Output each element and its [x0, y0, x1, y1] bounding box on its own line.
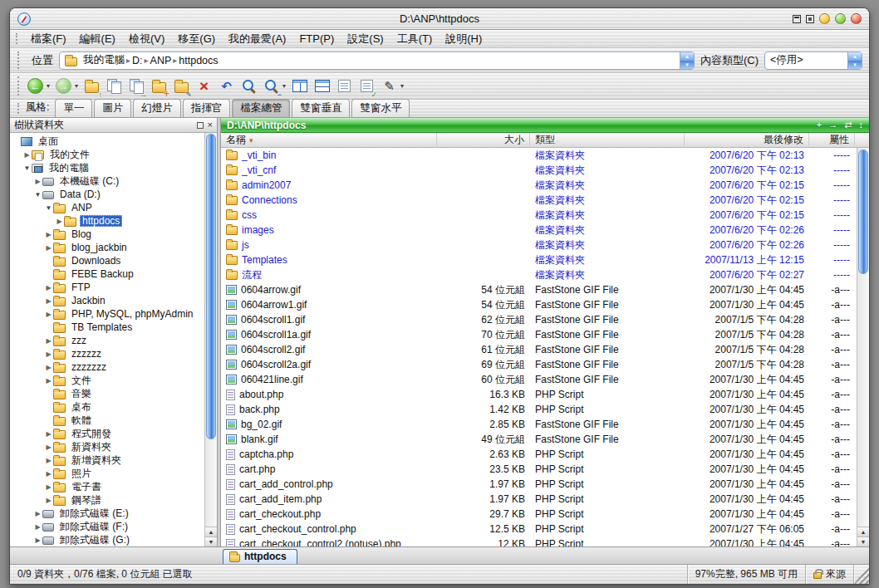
file-scroll-up-button[interactable]: [857, 527, 869, 537]
dual-pane-vertical-button[interactable]: [290, 76, 309, 97]
detach-icon[interactable]: [197, 122, 204, 129]
file-row[interactable]: back.php1.42 KBPHP Script2007/1/30 上午 04…: [221, 402, 857, 417]
file-row[interactable]: _vti_cnf檔案資料夾2007/6/20 下午 02:13-----: [221, 163, 857, 178]
tree-item[interactable]: zzzzzz: [10, 347, 204, 360]
twisty-icon[interactable]: [44, 284, 53, 292]
tree-item[interactable]: 鋼琴譜: [10, 493, 204, 507]
file-row[interactable]: cart_checkout_control2 (notuse).php12 KB…: [221, 537, 857, 546]
back-dropdown[interactable]: [47, 82, 50, 90]
column-header-name[interactable]: 名稱: [221, 133, 437, 147]
breadcrumb-item[interactable]: 我的電腦: [81, 53, 126, 67]
file-row[interactable]: 0604scroll2a.gif69 位元組FastStone GIF File…: [221, 357, 857, 372]
twisty-icon[interactable]: [44, 364, 53, 371]
filter-dropdown[interactable]: [282, 82, 286, 90]
rollup-icon[interactable]: [793, 15, 801, 23]
style-tab-5[interactable]: 檔案總管: [232, 99, 290, 117]
tree-scroll-up-button[interactable]: [205, 527, 217, 537]
file-scrollbar[interactable]: [857, 148, 869, 546]
close-icon[interactable]: [208, 120, 213, 130]
quick-edit-button[interactable]: [380, 76, 399, 97]
pane-new-tab-icon[interactable]: [817, 120, 822, 130]
file-row[interactable]: bg_02.gif2.85 KBFastStone GIF File2007/1…: [221, 417, 857, 432]
column-header-attributes[interactable]: 屬性: [809, 133, 855, 147]
forward-dropdown[interactable]: [75, 82, 78, 90]
twisty-icon[interactable]: [44, 457, 53, 464]
file-row[interactable]: cart_add_control.php1.97 KBPHP Script200…: [221, 477, 857, 492]
tree-item[interactable]: FEBE Backup: [10, 267, 204, 281]
twisty-icon[interactable]: [33, 523, 42, 531]
stylebar-grip[interactable]: [17, 103, 22, 114]
column-header-modified[interactable]: 最後修改: [685, 133, 809, 147]
twisty-icon[interactable]: [44, 483, 53, 491]
toolbar-grip[interactable]: [17, 76, 22, 96]
edit-folder-button[interactable]: [172, 76, 191, 97]
twisty-icon[interactable]: [33, 191, 42, 198]
menu-item-6[interactable]: FTP(P): [292, 31, 341, 47]
tree-item[interactable]: 文件: [10, 374, 204, 387]
tree-item[interactable]: zzzzzzz: [10, 360, 204, 374]
dual-pane-horizontal-button[interactable]: [312, 76, 331, 97]
tree-item[interactable]: FTP: [10, 281, 204, 294]
menu-item-1[interactable]: 檔案(F): [24, 30, 73, 48]
file-row[interactable]: 0604scroll2.gif61 位元組FastStone GIF File2…: [221, 342, 857, 357]
file-row[interactable]: js檔案資料夾2007/6/20 下午 02:26-----: [221, 238, 857, 252]
new-folder-button[interactable]: [150, 76, 169, 97]
menu-item-7[interactable]: 設定(S): [341, 30, 390, 48]
always-on-top-icon[interactable]: [806, 15, 814, 23]
move-button[interactable]: [127, 76, 146, 97]
style-tab-3[interactable]: 幻燈片: [133, 99, 181, 117]
file-scrollbar-thumb[interactable]: [858, 149, 868, 274]
breadcrumb-item[interactable]: ANP: [149, 55, 174, 66]
tree-item[interactable]: blog_jackbin: [10, 241, 204, 254]
twisty-icon[interactable]: [44, 350, 53, 358]
quick-edit-dropdown[interactable]: [400, 82, 404, 90]
copy-button[interactable]: [105, 76, 124, 97]
file-row[interactable]: 0604scroll1.gif62 位元組FastStone GIF File2…: [221, 312, 857, 327]
twisty-icon[interactable]: [44, 311, 53, 318]
maximize-button[interactable]: [835, 13, 846, 24]
file-row[interactable]: cart_checkout.php29.7 KBPHP Script2007/1…: [221, 507, 857, 522]
tree-scrollbar-thumb[interactable]: [206, 134, 216, 439]
file-row[interactable]: cart_checkout_control.php12.5 KBPHP Scri…: [221, 522, 857, 537]
menu-item-4[interactable]: 移至(G): [171, 30, 222, 48]
checklist-button[interactable]: [357, 76, 376, 97]
file-row[interactable]: Connections檔案資料夾2007/6/20 下午 02:15-----: [221, 193, 857, 208]
tree-scroll-down-button[interactable]: [205, 537, 217, 546]
content-type-stepper[interactable]: [847, 52, 862, 69]
tree-item[interactable]: 卸除式磁碟 (F:): [10, 520, 204, 533]
tree-item[interactable]: httpdocs: [10, 214, 204, 228]
file-row[interactable]: 060421line.gif60 位元組FastStone GIF File20…: [221, 372, 857, 387]
twisty-icon[interactable]: [33, 178, 42, 185]
style-tab-2[interactable]: 圖片: [94, 99, 131, 117]
content-type-select[interactable]: <停用>: [764, 51, 862, 70]
tree-item[interactable]: 軟體: [10, 414, 204, 427]
tree-scrollbar-track[interactable]: [206, 134, 216, 526]
undo-button[interactable]: [217, 76, 236, 97]
twisty-icon[interactable]: [44, 297, 53, 305]
tree-item[interactable]: 我的文件: [10, 148, 204, 161]
addressbar-grip[interactable]: [17, 51, 22, 69]
style-tab-1[interactable]: 單一: [55, 99, 92, 117]
back-button[interactable]: [26, 76, 45, 97]
tree-item[interactable]: 新增資料夾: [10, 453, 204, 467]
menu-item-8[interactable]: 工具(T): [390, 30, 440, 48]
pane-go-icon[interactable]: [828, 120, 837, 130]
file-row[interactable]: 0604scroll1a.gif70 位元組FastStone GIF File…: [221, 327, 857, 342]
file-row[interactable]: blank.gif49 位元組FastStone GIF File2007/1/…: [221, 432, 857, 447]
file-row[interactable]: about.php16.3 KBPHP Script2007/1/30 上午 0…: [221, 387, 857, 402]
twisty-icon[interactable]: [44, 497, 53, 504]
breadcrumb-item[interactable]: D:: [130, 55, 145, 66]
filter-button[interactable]: [262, 76, 281, 97]
file-row[interactable]: admin2007檔案資料夾2007/6/20 下午 02:15-----: [221, 178, 857, 193]
twisty-icon[interactable]: [44, 204, 53, 212]
delete-button[interactable]: [194, 76, 214, 97]
style-tab-7[interactable]: 雙窗水平: [351, 99, 410, 117]
column-header-size[interactable]: 大小: [437, 133, 530, 147]
tree-item[interactable]: PHP, MySQL, phpMyAdmin: [10, 307, 204, 321]
style-tab-4[interactable]: 指揮官: [183, 99, 231, 117]
twisty-icon[interactable]: [33, 510, 42, 517]
resize-grip[interactable]: [854, 565, 869, 584]
menu-item-9[interactable]: 說明(H): [439, 30, 489, 48]
style-tab-6[interactable]: 雙窗垂直: [292, 99, 350, 117]
twisty-icon[interactable]: [44, 430, 53, 438]
